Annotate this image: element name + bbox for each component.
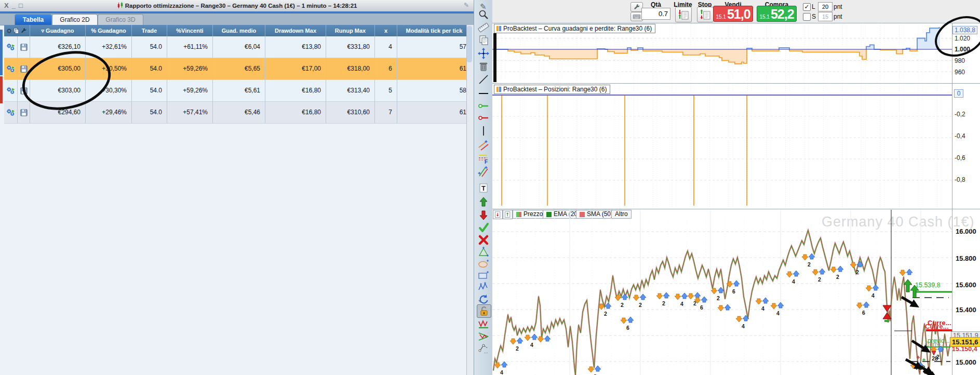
trash-icon[interactable] — [477, 60, 490, 73]
svg-text:4: 4 — [500, 369, 503, 375]
limit-order-button[interactable] — [675, 7, 692, 22]
column-header--vincenti[interactable]: %Vincenti — [167, 25, 213, 36]
short-checkbox[interactable] — [803, 13, 811, 21]
horizontal-segment-green-icon[interactable] — [477, 100, 490, 112]
svg-text:2: 2 — [516, 345, 519, 352]
row-save-cell[interactable] — [18, 80, 30, 101]
quantity-input[interactable] — [641, 8, 670, 20]
svg-text:6: 6 — [626, 325, 629, 331]
column-header--guadagno[interactable]: % Guadagno — [86, 25, 132, 36]
arrow-up-icon[interactable] — [477, 196, 490, 208]
row-save-cell[interactable] — [18, 58, 30, 79]
short-points-input[interactable]: 15 — [818, 12, 833, 21]
column-header-guadagno[interactable]: ▿ Guadagno — [30, 25, 86, 36]
wrench-icon[interactable] — [20, 28, 27, 34]
table-row[interactable]: €294,60+29,46%54.0+57,41%€5,46€16,80€310… — [4, 102, 472, 124]
table-row[interactable]: €326,10+32,61%54.0+61,11%€6,04€13,80€331… — [4, 36, 472, 58]
table-row[interactable]: €303,00+30,30%54.0+59,26%€5,61€16,80€313… — [4, 80, 472, 102]
delete-icon[interactable] — [477, 234, 490, 246]
long-checkbox[interactable]: ✓ — [803, 3, 811, 11]
row-gears-cell[interactable] — [4, 102, 18, 123]
vertical-line-icon[interactable] — [477, 125, 490, 137]
save-report-icon[interactable] — [13, 28, 20, 34]
vertical-scrollbar[interactable] — [466, 25, 474, 375]
stop-order-button[interactable] — [697, 7, 714, 22]
row-gears-cell[interactable] — [4, 58, 18, 79]
horizontal-line-icon[interactable] — [477, 87, 490, 100]
pitchfork-icon[interactable] — [477, 165, 490, 178]
tab-grafico-2d[interactable]: Grafico 2D — [52, 14, 98, 25]
lock-icon[interactable] — [477, 304, 491, 318]
table-cell: 5 — [375, 80, 397, 101]
table-cell: €13,80 — [265, 36, 326, 58]
row-gears-cell[interactable] — [4, 80, 18, 101]
table-cell: €16,80 — [265, 102, 326, 123]
window-titlebar[interactable]: X_□ Rapporto ottimizzazione – Range30 – … — [0, 0, 474, 12]
trend-line-icon[interactable] — [477, 73, 490, 86]
last-price-label: 15.151,6 — [950, 337, 980, 347]
row-save-cell[interactable] — [18, 36, 30, 58]
column-header-modalit-tick-per-tick[interactable]: Modalità tick per tick — [397, 25, 472, 36]
panel-separator[interactable] — [492, 83, 980, 84]
polyline-tool-icon[interactable]: ... — [477, 342, 490, 354]
arrow-down-icon[interactable] — [477, 209, 490, 221]
ellipse-shape-icon[interactable] — [477, 258, 490, 270]
column-header-trade[interactable]: Trade — [132, 25, 167, 36]
equity-axis-tick: 960 — [955, 69, 965, 76]
row-save-cell[interactable] — [18, 102, 30, 123]
horizontal-segment-red-icon[interactable] — [477, 112, 490, 124]
check-icon[interactable] — [477, 221, 490, 234]
chart-window: Qtà Limite Stop Vendi 15.151,0 Compra 15… — [492, 0, 980, 375]
positions-chart — [492, 83, 980, 209]
quantity-label: Qtà — [641, 1, 670, 8]
ruler-icon[interactable] — [477, 21, 490, 34]
fibonacci-icon[interactable]: F — [477, 152, 490, 165]
wedge-pattern-icon[interactable] — [477, 330, 490, 342]
equity-axis-tick: 1.020 — [955, 35, 970, 42]
scrollbar-thumb[interactable] — [467, 26, 472, 62]
duplicate-icon[interactable] — [477, 34, 490, 47]
table-cell: €5,65 — [213, 58, 265, 79]
table-row[interactable]: €305,00+30,50%54.0+59,26%€5,65€17,00€318… — [4, 58, 472, 80]
table-cell: €310,60 — [326, 102, 375, 123]
move-icon[interactable] — [477, 47, 490, 60]
buy-button[interactable]: 15.152,2 — [757, 6, 797, 22]
svg-text:F: F — [485, 159, 488, 164]
zoom-icon[interactable] — [477, 8, 490, 21]
rectangle-shape-icon[interactable] — [477, 269, 490, 282]
text-tool-icon[interactable]: T — [477, 182, 490, 194]
table-cell: 6 — [375, 58, 397, 79]
undo-icon[interactable] — [477, 293, 490, 305]
svg-text:28: 28 — [932, 355, 938, 361]
table-cell: +59,26% — [167, 80, 213, 101]
sell-button[interactable]: 15.151,0 — [713, 6, 753, 22]
long-points-input[interactable]: 20 — [818, 2, 833, 11]
channel-icon[interactable] — [477, 139, 490, 152]
column-header-guad-medio[interactable]: Guad. medio — [213, 25, 265, 36]
table-cell: 54.0 — [132, 102, 167, 123]
elliott-wave-icon[interactable] — [477, 281, 490, 293]
positions-panel-title[interactable]: ProBacktest – Posizioni: Range30 (6) — [494, 85, 610, 94]
positions-axis-tick: -0,2 — [955, 111, 965, 118]
equity-panel-title[interactable]: ProBacktest – Curva guadagni e perdite: … — [494, 24, 655, 33]
table-cell: +30,50% — [86, 58, 132, 79]
column-header-runup-max[interactable]: Runup Max — [326, 25, 375, 36]
column-header-drawdown-max[interactable]: Drawdown Max — [265, 25, 326, 36]
equity-axis-tick: 980 — [955, 57, 965, 64]
svg-text:2: 2 — [717, 295, 720, 301]
order-bar: Qtà Limite Stop Vendi 15.151,0 Compra 15… — [492, 0, 980, 23]
table-cell: +59,26% — [167, 58, 213, 79]
long-label: L — [812, 3, 815, 10]
table-header-icons[interactable] — [4, 25, 30, 36]
equity-curve-panel: ProBacktest – Curva guadagni e perdite: … — [492, 23, 980, 83]
row-gears-cell[interactable] — [4, 36, 18, 58]
zigzag-pattern-icon[interactable] — [477, 317, 490, 330]
tab-tabella[interactable]: Tabella — [15, 14, 52, 25]
triangle-shape-icon[interactable] — [477, 246, 490, 258]
svg-text:4: 4 — [530, 342, 533, 348]
column-header-x[interactable]: x — [375, 25, 397, 36]
panel-separator — [492, 23, 980, 23]
tab-grafico-3d[interactable]: Grafico 3D — [98, 14, 143, 25]
positions-axis-tick: -0,8 — [955, 176, 965, 183]
gear-icon[interactable] — [6, 28, 12, 34]
